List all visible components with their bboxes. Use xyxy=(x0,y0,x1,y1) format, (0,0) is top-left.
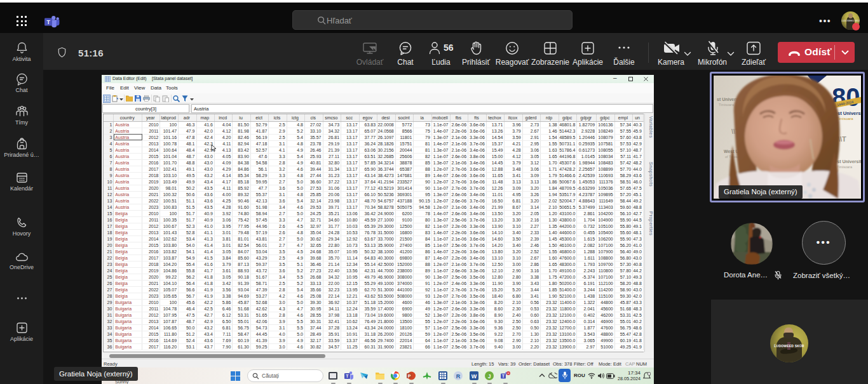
svg-text:R: R xyxy=(456,373,461,380)
svg-text:P: P xyxy=(408,374,411,378)
svg-text:J: J xyxy=(488,373,491,380)
svg-text:T: T xyxy=(502,374,505,378)
svg-text:T: T xyxy=(346,374,349,378)
svg-text:Timisoara: Timisoara xyxy=(719,103,735,107)
svg-text:W: W xyxy=(471,373,477,380)
svg-text:T: T xyxy=(46,19,50,25)
